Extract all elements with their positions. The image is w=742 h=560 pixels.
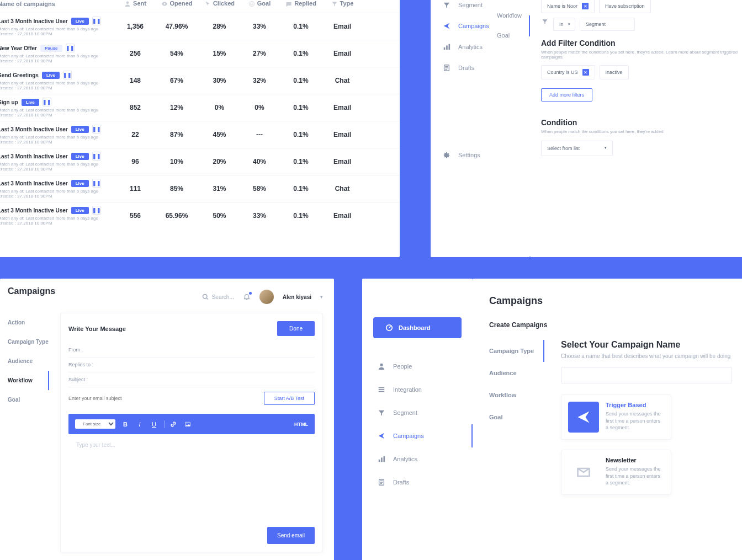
- pause-icon[interactable]: ❚❚: [66, 44, 75, 52]
- step-campaign-type[interactable]: Campaign Type: [489, 340, 544, 362]
- bell-icon[interactable]: [243, 293, 251, 301]
- ab-test-button[interactable]: Start A/B Test: [264, 392, 315, 405]
- close-icon[interactable]: ✕: [582, 69, 589, 76]
- col-goal[interactable]: Goal: [240, 0, 279, 7]
- pause-icon[interactable]: ❚❚: [43, 98, 51, 106]
- chip-name[interactable]: Name is Noor✕: [541, 0, 595, 13]
- step-goal[interactable]: Goal: [489, 406, 544, 428]
- pause-icon[interactable]: ❚❚: [92, 17, 101, 25]
- sidebar-item-analytics[interactable]: Analytics: [362, 447, 473, 471]
- bold-icon[interactable]: B: [121, 421, 130, 428]
- col-type[interactable]: Type: [323, 0, 362, 7]
- image-icon[interactable]: [184, 421, 193, 428]
- avatar[interactable]: [259, 290, 274, 304]
- campaign-name-input[interactable]: [561, 367, 732, 383]
- table-row[interactable]: Last 3 Month Inactive UserLive ❚❚ Match …: [0, 202, 400, 229]
- chip-subscription[interactable]: Have subscription: [599, 0, 651, 13]
- workflow-label: Workflow: [497, 6, 522, 25]
- sidebar-item-drafts[interactable]: Drafts: [362, 471, 473, 494]
- username: Alen kiyasi: [283, 294, 311, 300]
- svg-rect-14: [384, 456, 385, 462]
- add-filters-button[interactable]: Add more filters: [541, 88, 592, 102]
- sidebar-item-campaigns[interactable]: Campaigns: [362, 424, 473, 447]
- step-goal[interactable]: Goal: [8, 390, 49, 409]
- chevron-down-icon[interactable]: ▾: [320, 294, 323, 300]
- subject-input[interactable]: [68, 396, 264, 401]
- steps-sidebar: ActionCampaign TypeAudienceWorkflowGoal: [8, 313, 49, 552]
- chip-inactive[interactable]: Inactive: [600, 65, 629, 79]
- col-name[interactable]: Name of campaigns: [0, 1, 116, 7]
- svg-rect-12: [379, 460, 380, 462]
- send-email-button[interactable]: Send email: [267, 527, 315, 544]
- steps-sidebar: Campaign TypeAudienceWorkflowGoal: [489, 340, 544, 495]
- sidebar-item-segment[interactable]: Segment: [362, 401, 473, 424]
- select-segment[interactable]: Segment: [580, 18, 635, 31]
- pause-icon[interactable]: ❚❚: [63, 71, 72, 79]
- user-icon: [124, 1, 131, 7]
- step-audience[interactable]: Audience: [8, 351, 49, 371]
- doc-icon: [378, 478, 385, 486]
- step-audience[interactable]: Audience: [489, 362, 544, 384]
- create-campaign-panel: Campaigns Create Campaigns Campaign Type…: [473, 279, 742, 560]
- svg-point-9: [187, 423, 188, 424]
- gear-icon: [443, 151, 451, 159]
- col-replied[interactable]: Replied: [279, 0, 323, 7]
- step-action[interactable]: Action: [8, 313, 49, 332]
- from-field[interactable]: From :: [68, 343, 315, 358]
- plane-icon: [568, 402, 599, 433]
- search-input[interactable]: Search...: [202, 294, 234, 300]
- sidebar-item-integration[interactable]: Integration: [362, 378, 473, 401]
- doc-icon: [443, 64, 451, 72]
- sidebar-item-settings[interactable]: Settings: [431, 145, 530, 166]
- pause-icon[interactable]: ❚❚: [92, 206, 101, 215]
- table-row[interactable]: Last 3 Month Inactive UserLive ❚❚ Match …: [0, 148, 400, 175]
- status-badge: Live: [22, 99, 39, 106]
- table-row[interactable]: Last 3 Month Inactive UserLive ❚❚ Match …: [0, 13, 400, 40]
- target-icon: [248, 1, 255, 7]
- sidebar-item-drafts[interactable]: Drafts: [431, 57, 530, 78]
- plane-icon: [378, 432, 385, 440]
- done-button[interactable]: Done: [277, 321, 315, 336]
- link-icon[interactable]: [170, 421, 179, 428]
- chip-country[interactable]: Country is US✕: [541, 65, 595, 79]
- underline-icon[interactable]: U: [150, 421, 158, 428]
- message-body[interactable]: Type your text...: [68, 434, 315, 522]
- sidebar-label: Settings: [458, 152, 480, 158]
- font-size-select[interactable]: Font size: [75, 419, 115, 429]
- svg-rect-4: [446, 45, 448, 50]
- pause-icon[interactable]: ❚❚: [92, 125, 101, 134]
- table-row[interactable]: Last 3 Month Inactive UserLive ❚❚ Match …: [0, 175, 400, 202]
- table-row[interactable]: Sign upLive ❚❚ Match any of: Last contac…: [0, 94, 400, 121]
- pause-icon[interactable]: ❚❚: [92, 152, 101, 161]
- status-badge: Live: [71, 126, 89, 133]
- funnel-icon: [378, 409, 385, 417]
- section-desc: Choose a name that best describes what y…: [561, 353, 732, 359]
- step-campaign-type[interactable]: Campaign Type: [8, 332, 49, 351]
- close-icon[interactable]: ✕: [582, 3, 589, 9]
- svg-point-1: [249, 2, 254, 7]
- page-title: Campaigns: [489, 295, 732, 307]
- pause-icon[interactable]: ❚❚: [92, 179, 101, 188]
- dashboard-button[interactable]: Dashboard: [373, 317, 462, 338]
- step-workflow[interactable]: Workflow: [489, 384, 544, 406]
- italic-icon[interactable]: I: [135, 421, 144, 428]
- section-title: Select Your Campaign Name: [561, 340, 732, 350]
- replies-field[interactable]: Replies to :: [68, 358, 315, 372]
- html-button[interactable]: HTML: [294, 422, 308, 427]
- table-row[interactable]: Last 3 Month Inactive UserLive ❚❚ Match …: [0, 121, 400, 148]
- col-sent[interactable]: Sent: [116, 0, 155, 7]
- campaign-type-card[interactable]: NewsletterSend your messages the first t…: [561, 450, 671, 495]
- table-header: Name of campaigns Sent Opened Clicked Go…: [0, 0, 400, 13]
- step-workflow[interactable]: Workflow: [8, 371, 49, 390]
- campaign-type-card[interactable]: Trigger BasedSend your messages the firs…: [561, 394, 671, 440]
- col-opened[interactable]: Opened: [155, 0, 199, 7]
- sidebar-item-people[interactable]: People: [362, 355, 473, 378]
- table-row[interactable]: Send GreetingsLive ❚❚ Match any of: Last…: [0, 67, 400, 94]
- select-from-list[interactable]: Select from list▾: [541, 141, 613, 156]
- table-row[interactable]: New Year OfferPause ❚❚ Match any of: Las…: [0, 40, 400, 67]
- select-in[interactable]: In▾: [553, 18, 575, 31]
- eye-icon: [161, 1, 168, 7]
- goal-label: Goal: [497, 25, 522, 45]
- col-clicked[interactable]: Clicked: [199, 0, 240, 7]
- funnel-icon: [443, 1, 451, 9]
